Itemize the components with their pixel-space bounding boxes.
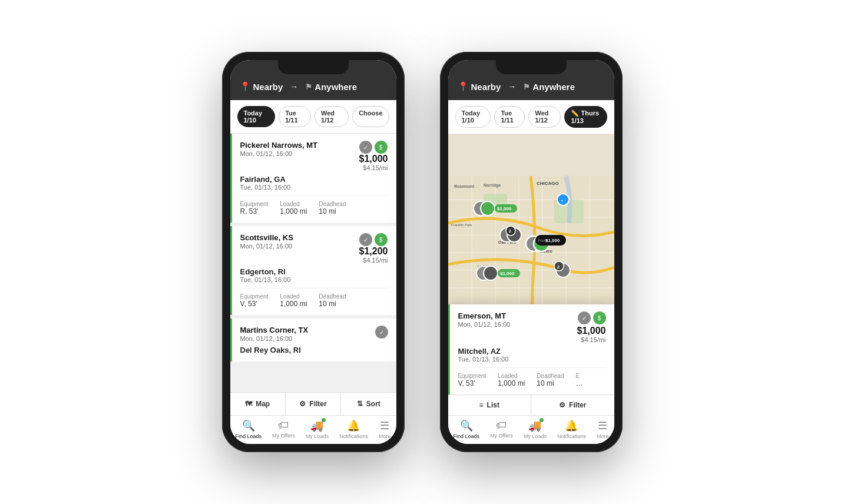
map-tab-today[interactable]: Today 1/10 [455,106,491,128]
nav-find-loads[interactable]: 🔍 Find Loads [236,419,262,439]
load-card-3-top: Martins Corner, TX Mon, 01/12, 16:00 ✓ [240,326,388,342]
flag-icon: ⚑ [305,82,312,91]
svg-text:CHICAGO: CHICAGO [537,181,559,186]
load-1-dest: Fairland, GA [240,175,388,184]
load-1-details: Equipment R, 53' Loaded 1,000 mi Deadhea… [240,195,388,215]
map-date-tabs: Today 1/10 Tue 1/11 Wed 1/12 ✏️Thurs 1/1… [448,100,614,134]
notifications-label: Notifications [339,433,368,439]
tab-wed[interactable]: Wed 1/12 [315,106,349,127]
load-1-origin-block: Pickerel Narrows, MT Mon, 01/12, 16:00 [240,141,318,157]
nearby-location[interactable]: 📍 Nearby [240,81,283,92]
arrow-right-icon: → [290,82,298,91]
map-nav-my-loads[interactable]: 🚚 My Loads [524,419,547,439]
nav-my-loads[interactable]: 🚚 My Loads [306,419,329,439]
load-2-origin-block: Scottsville, KS Mon, 01/12, 16:00 [240,233,293,250]
map-card-origin-date: Mon, 01/12, 16:00 [458,321,511,328]
phone-screen-list: 📍 Nearby → ⚑ Anywhere Today 1/10 Tue 1/1… [230,60,396,444]
more-icon: ☰ [380,419,389,432]
map-nearby-label: Nearby [471,82,501,92]
map-location-pin-icon: 📍 [458,81,469,92]
map-nearby-location[interactable]: 📍 Nearby [458,81,501,92]
map-tab-tue[interactable]: Tue 1/11 [494,106,525,128]
map-button[interactable]: 🗺 Map [230,393,286,415]
my-loads-label: My Loads [306,433,329,439]
svg-point-38 [484,266,498,280]
anywhere-destination[interactable]: ⚑ Anywhere [305,82,357,92]
map-card-dest-date: Tue, 01/13, 16:00 [458,356,606,363]
load-2-equipment: Equipment V, 53' [240,293,269,308]
map-card-details: Equipment V, 53' Loaded 1,000 mi Deadhea… [458,367,606,387]
map-my-loads-icon: 🚚 [528,419,541,432]
svg-text:Norridge: Norridge [484,183,501,188]
load-2-details: Equipment V, 53' Loaded 1,000 mi Deadhea… [240,288,388,308]
sort-button[interactable]: ⇅ Sort [341,393,396,415]
filter-map-label: Filter [569,401,586,409]
map-more-icon: ☰ [598,419,607,432]
load-2-dest-date: Tue, 01/13, 16:00 [240,276,388,283]
map-nav-find-loads[interactable]: 🔍 Find Loads [454,419,480,439]
phone-screen-map: 📍 Nearby → ⚑ Anywhere Today 1/10 Tue 1/1… [448,60,614,444]
nav-more[interactable]: ☰ More [379,419,391,439]
map-area[interactable]: Rosemont Norridge CHICAGO Oak Park Cicer… [448,134,614,394]
tab-today[interactable]: Today 1/10 [237,106,276,127]
load-2-icons: ✓ $ [359,233,388,246]
filter-button-list[interactable]: ⚙ Filter [286,393,341,415]
map-nav-notifications[interactable]: 🔔 Notifications [557,419,586,439]
find-loads-icon: 🔍 [242,419,255,432]
phone-map-notch [496,60,567,74]
gray-icon-3: ✓ [375,326,388,339]
load-card-3[interactable]: Martins Corner, TX Mon, 01/12, 16:00 ✓ D… [230,319,396,362]
load-card-2[interactable]: Scottsville, KS Mon, 01/12, 16:00 ✓ $ $1… [230,226,396,315]
load-2-price-block: ✓ $ $1,200 $4.15/mi [359,233,388,264]
load-2-dest: Edgerton, RI [240,267,388,276]
bottom-nav-map: 🔍 Find Loads 🏷 My Offers 🚚 My Loads 🔔 No… [448,415,614,444]
phone-map: 📍 Nearby → ⚑ Anywhere Today 1/10 Tue 1/1… [440,52,623,452]
map-gray-icon: ✓ [578,311,591,324]
load-2-loaded: Loaded 1,000 mi [280,293,307,308]
nav-my-offers[interactable]: 🏷 My Offers [272,419,295,439]
load-3-price-block: ✓ [375,326,388,339]
nav-notifications[interactable]: 🔔 Notifications [339,419,368,439]
load-1-price-block: ✓ $ $1,000 $4.15/mi [359,141,388,171]
phone-list: 📍 Nearby → ⚑ Anywhere Today 1/10 Tue 1/1… [222,52,405,452]
map-card-rate: $4.15/mi [577,336,606,343]
map-green-icon: $ [593,311,606,324]
map-anywhere-destination[interactable]: ⚑ Anywhere [523,82,575,92]
load-1-deadhead: Deadhead 10 mi [319,201,346,215]
tab-choose[interactable]: Choose [352,106,389,127]
load-1-equipment: Equipment R, 53' [240,201,269,215]
map-anywhere-label: Anywhere [532,82,575,92]
load-1-origin: Pickerel Narrows, MT [240,141,318,150]
filter-button-map[interactable]: ⚙ Filter [531,395,614,415]
list-button[interactable]: ≡ List [448,395,532,415]
map-tab-wed[interactable]: Wed 1/12 [528,106,561,128]
map-nav-my-offers[interactable]: 🏷 My Offers [490,419,513,439]
date-tabs: Today 1/10 Tue 1/11 Wed 1/12 Choose [230,100,396,134]
load-list: Pickerel Narrows, MT Mon, 01/12, 16:00 ✓… [230,134,396,392]
map-tab-thurs[interactable]: ✏️Thurs 1/13 [564,106,607,128]
tab-tue[interactable]: Tue 1/11 [279,106,311,127]
more-label: More [379,433,391,439]
load-1-rate: $4.15/mi [359,164,388,171]
svg-text:2: 2 [557,265,560,269]
filter-icon: ⚙ [299,400,306,408]
my-offers-icon: 🏷 [278,419,289,432]
my-offers-label: My Offers [272,433,295,439]
map-card-price: $1,000 [577,326,606,336]
load-3-origin-date: Mon, 01/12, 16:00 [240,335,309,342]
load-1-icons: ✓ $ [359,141,388,154]
map-nav-more[interactable]: ☰ More [597,419,609,439]
nearby-label: Nearby [253,82,283,92]
svg-text:Franklin Park: Franklin Park [451,223,472,227]
load-1-dest-date: Tue, 01/13, 16:00 [240,184,388,191]
map-my-offers-label: My Offers [490,433,513,439]
svg-text:•: • [561,198,563,203]
list-action-bar: 🗺 Map ⚙ Filter ⇅ Sort [230,392,396,415]
load-3-dest: Del Rey Oaks, RI [240,346,388,354]
green-icon-1: $ [375,141,388,154]
load-card-1[interactable]: Pickerel Narrows, MT Mon, 01/12, 16:00 ✓… [230,134,396,223]
map-find-loads-icon: 🔍 [460,419,473,432]
phone-notch [278,60,349,74]
map-load-card[interactable]: Emerson, MT Mon, 01/12, 16:00 ✓ $ $1,000… [448,304,614,394]
map-label: Map [256,400,270,408]
